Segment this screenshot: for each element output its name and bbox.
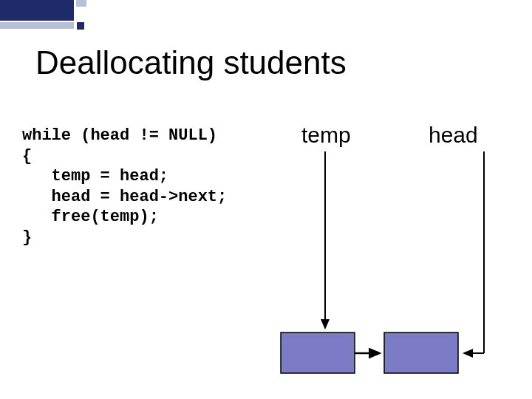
- corner-light-h: [0, 22, 74, 29]
- label-temp: temp: [301, 123, 351, 148]
- code-line-4: head = head->next;: [22, 188, 227, 206]
- code-line-2: {: [22, 147, 32, 166]
- code-line-5: free(temp);: [22, 208, 159, 226]
- corner-light-sq: [76, 0, 86, 7]
- slide-title: Deallocating students: [35, 44, 347, 81]
- node-2: [384, 332, 458, 373]
- code-line-6: }: [22, 228, 32, 247]
- corner-navy-block: [0, 0, 74, 21]
- code-block: while (head != NULL) { temp = head; head…: [22, 126, 227, 248]
- label-head: head: [429, 123, 478, 148]
- code-line-3: temp = head;: [22, 167, 168, 185]
- code-line-1: while (head != NULL): [22, 126, 217, 145]
- corner-decoration: [0, 0, 87, 33]
- node-1: [281, 332, 355, 373]
- corner-navy-sq: [77, 22, 84, 30]
